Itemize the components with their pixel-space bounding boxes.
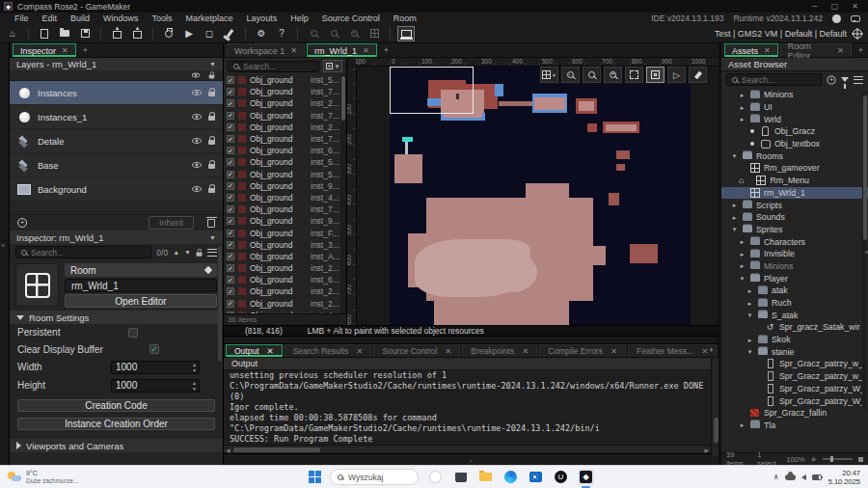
instance-checkbox[interactable]: ✓ xyxy=(227,76,234,84)
grid-toggle-icon[interactable] xyxy=(858,457,863,462)
output-collapse-handle[interactable]: ⌄ xyxy=(224,453,719,465)
output-tab[interactable]: Compile Errors ✕ xyxy=(539,344,626,357)
layer-row[interactable]: Detale xyxy=(10,129,223,153)
battery-icon[interactable] xyxy=(812,474,822,480)
asset-tree-item[interactable]: ⌂ ▸ UI xyxy=(721,101,868,114)
new-project-button[interactable] xyxy=(36,26,53,41)
instance-row[interactable]: ✓ Obj_ground inst_9... xyxy=(224,180,346,192)
asset-tree-item[interactable]: ⌂ Rm_Menu xyxy=(721,175,868,187)
add-asset-button[interactable]: + xyxy=(827,75,836,84)
target-manager-icon[interactable] xyxy=(853,29,862,39)
instance-row[interactable]: ✓ Obj_ground inst_7... xyxy=(224,203,346,215)
add-workspace-tab-button[interactable]: + xyxy=(379,43,393,57)
instance-checkbox[interactable]: ✓ xyxy=(227,241,234,249)
asset-tree-item[interactable]: ⌂ ▸ Minions xyxy=(721,89,868,101)
layer-visibility-icon[interactable] xyxy=(192,186,202,192)
debug-button[interactable] xyxy=(160,26,177,41)
close-icon[interactable]: ✕ xyxy=(62,46,68,55)
prev-result-button[interactable]: ▲ xyxy=(173,249,179,256)
taskbar-app-outlook[interactable] xyxy=(528,469,544,485)
add-layer-button[interactable]: + xyxy=(17,218,27,228)
expand-arrow-icon[interactable]: ▸ xyxy=(739,92,746,98)
asset-tree-item[interactable]: ⌂ ▾ S_atak xyxy=(721,309,868,321)
inspector-target-dropdown[interactable]: Inspector: rm_Wrld_1 ▼ xyxy=(10,230,223,244)
close-icon[interactable]: ✕ xyxy=(290,46,297,55)
menu-item[interactable]: Room xyxy=(387,14,423,23)
paint-mode-button[interactable] xyxy=(689,67,707,83)
instance-row[interactable]: ✓ Obj_ground inst_6... xyxy=(224,274,346,285)
zoom-in-button[interactable]: + xyxy=(345,26,363,41)
tab-inspector[interactable]: Inspector ✕ xyxy=(13,43,76,57)
room-canvas[interactable]: 10001002003004005006007008009001000 1002… xyxy=(347,58,719,325)
instance-checkbox[interactable]: ✓ xyxy=(227,158,234,166)
asset-tree-item[interactable]: ⌂ ▾ stanie xyxy=(721,345,868,358)
asset-tree-item[interactable]: ⌂ Obj_Gracz xyxy=(721,125,868,138)
tray-expand-icon[interactable]: ∧ xyxy=(773,473,779,481)
add-tab-button[interactable]: + xyxy=(78,43,93,57)
output-hscrollbar[interactable]: ◀▶ xyxy=(224,445,711,453)
taskbar-clock[interactable]: 20:47 5.10.2025 xyxy=(828,469,860,486)
canvas-zoom-reset-button[interactable] xyxy=(583,67,601,83)
asset-tree-item[interactable]: ⌂ ▸ Minions xyxy=(721,260,868,273)
output-vscrollbar[interactable] xyxy=(711,358,719,456)
menu-item[interactable]: File xyxy=(8,14,36,23)
menu-item[interactable]: Windows xyxy=(96,14,146,23)
room-name-field[interactable]: rm_Wrld_1 xyxy=(65,279,217,292)
menu-item[interactable]: Source Control xyxy=(315,14,387,23)
next-result-button[interactable]: ▼ xyxy=(184,249,191,256)
canvas-zoom-in-button[interactable]: + xyxy=(604,67,622,83)
layout-button[interactable] xyxy=(366,26,383,41)
close-icon[interactable]: ✕ xyxy=(837,46,844,55)
instance-checkbox[interactable]: ✓ xyxy=(227,276,234,284)
expand-arrow-icon[interactable]: ▸ xyxy=(731,214,738,221)
horizontal-splitter[interactable] xyxy=(224,336,719,344)
target-device-button[interactable] xyxy=(397,26,415,41)
instance-row[interactable]: ✓ Obj_ground inst_9... xyxy=(224,215,346,227)
assets-search-input[interactable]: Search... xyxy=(726,73,822,86)
asset-tree-item[interactable]: ⌂ Spr_Gracz_fallin xyxy=(721,407,868,420)
menu-item[interactable]: Marketplace xyxy=(179,14,240,23)
height-input[interactable]: 1000 ▲▼ xyxy=(111,379,200,393)
inspector-scrollbar[interactable] xyxy=(218,246,222,362)
expand-arrow-icon[interactable]: ▾ xyxy=(746,312,753,318)
instance-row[interactable]: ✓ Obj_ground inst_5... xyxy=(224,169,346,180)
layer-row[interactable]: Instances xyxy=(10,81,223,105)
taskbar-app-gamemaker[interactable]: ◆ xyxy=(578,469,594,485)
layer-visibility-icon[interactable] xyxy=(192,138,202,144)
zoom-reset-button[interactable] xyxy=(325,26,342,41)
instance-checkbox[interactable]: ✓ xyxy=(227,194,234,202)
workspace-tab[interactable]: rm_Wrld_1 ✕ xyxy=(307,43,377,57)
instance-checkbox[interactable]: ✓ xyxy=(227,264,234,272)
open-project-button[interactable] xyxy=(56,26,73,41)
asset-tree-item[interactable]: ⌂ Spr_gracz_Satak_wir xyxy=(721,321,868,334)
assets-tab[interactable]: Assets ✕ xyxy=(724,43,778,57)
menu-item[interactable]: Tools xyxy=(146,14,179,23)
tag-icon[interactable] xyxy=(204,266,212,274)
close-icon[interactable]: ✕ xyxy=(522,346,529,356)
instance-checkbox[interactable]: ✓ xyxy=(227,123,234,131)
zoom-reset-star[interactable]: ✳ xyxy=(811,455,817,464)
preview-button[interactable]: ▷ xyxy=(667,67,686,83)
target-config-text[interactable]: Test | GMS2 VM | Default | Default xyxy=(715,29,847,39)
instance-row[interactable]: ✓ Obj_ground inst_5... xyxy=(224,156,346,168)
chat-icon[interactable] xyxy=(851,15,860,22)
settings-button[interactable]: ⚙ xyxy=(253,26,270,41)
home-button[interactable]: ⌂ xyxy=(4,26,21,41)
asset-tree-item[interactable]: ⌂ Spr_Gracz_patrzy_w_ xyxy=(721,370,868,383)
instance-row[interactable]: ✓ Obj_ground inst_6... xyxy=(224,145,346,156)
instance-creation-order-button[interactable]: Instance Creation Order xyxy=(17,418,215,430)
collapse-left-icon[interactable]: « xyxy=(1,241,5,250)
instance-row[interactable]: ✓ Obj_ground inst_2... xyxy=(224,97,346,109)
instance-row[interactable]: ✓ Obj_ground inst_5... xyxy=(224,74,346,86)
menu-item[interactable]: Build xyxy=(64,14,96,23)
taskbar-app-ubisoft[interactable]: U xyxy=(553,469,569,485)
expand-arrow-icon[interactable]: ▸ xyxy=(739,238,746,245)
weather-widget[interactable]: 9°C Duże zachmurze... xyxy=(0,470,116,485)
minimize-button[interactable]: ─ xyxy=(812,2,818,11)
save-project-button[interactable] xyxy=(76,26,94,41)
layer-lock-icon[interactable] xyxy=(208,164,215,169)
add-output-tab-button[interactable]: + xyxy=(704,343,719,357)
instance-checkbox[interactable]: ✓ xyxy=(227,112,234,120)
volume-icon[interactable] xyxy=(801,474,806,480)
taskbar-search-input[interactable]: Wyszukaj xyxy=(330,469,419,485)
